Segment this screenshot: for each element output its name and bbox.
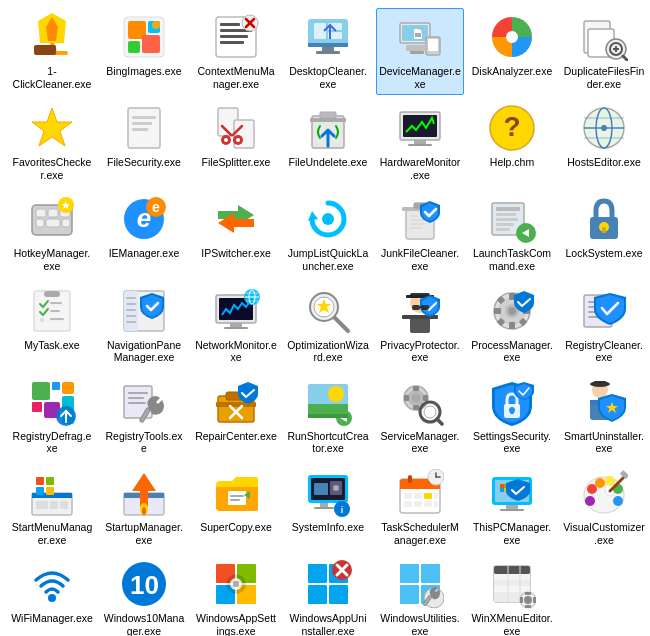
icon-helpchm[interactable]: ? Help.chm <box>468 99 556 186</box>
duplicatefilesfinder-icon <box>580 13 628 61</box>
windowsappuninstaller-label: WindowsAppUninstaller.exe <box>287 612 369 636</box>
icon-fileundelete[interactable]: FileUndelete.exe <box>284 99 372 186</box>
repaircenter-label: RepairCenter.exe <box>195 430 277 443</box>
jumplistquicklauncher-label: JumpListQuickLauncher.exe <box>287 247 369 272</box>
icon-mytask[interactable]: MyTask.exe <box>8 282 96 369</box>
icon-windows10manager[interactable]: 10 Windows10Manager.exe <box>100 555 188 636</box>
registrytools-label: RegistryTools.exe <box>103 430 185 455</box>
icon-contextmenumanager[interactable]: ContextMenuManager.exe <box>192 8 280 95</box>
thispcmanager-label: ThisPCManager.exe <box>471 521 553 546</box>
icon-navigationpanemanager[interactable]: NavigationPaneManager.exe <box>100 282 188 369</box>
icon-desktopcleaner[interactable]: DesktopCleaner.exe <box>284 8 372 95</box>
icon-servicemanager[interactable]: ServiceManager.exe <box>376 373 464 460</box>
icon-ipswitcher[interactable]: IPSwitcher.exe <box>192 190 280 277</box>
svg-rect-91 <box>410 215 418 217</box>
icon-favoriteschecker[interactable]: FavoritesChecker.exe <box>8 99 96 186</box>
icon-settingssecurity[interactable]: SettingsSecurity.exe <box>468 373 556 460</box>
diskanalyzer-label: DiskAnalyzer.exe <box>472 65 553 78</box>
registrydefrag-icon <box>28 378 76 426</box>
icon-wifimanager[interactable]: WiFiManager.exe <box>8 555 96 636</box>
svg-point-259 <box>595 478 605 488</box>
svg-rect-93 <box>410 223 426 225</box>
svg-point-299 <box>524 596 532 604</box>
hotkeymanager-icon <box>28 195 76 243</box>
icon-systeminfo[interactable]: i SystemInfo.exe <box>284 464 372 551</box>
icon-smartuninstaller[interactable]: SmartUninstaller.exe <box>560 373 648 460</box>
icon-filesecurity[interactable]: FileSecurity.exe <box>100 99 188 186</box>
filesplitter-icon <box>212 104 260 152</box>
svg-rect-49 <box>132 128 148 131</box>
svg-rect-285 <box>400 585 419 604</box>
launchtaskcommand-label: LaunchTaskCommand.exe <box>471 247 553 272</box>
svg-point-263 <box>585 496 595 506</box>
icon-networkmonitor[interactable]: NetworkMonitor.exe <box>192 282 280 369</box>
svg-rect-204 <box>594 381 606 386</box>
wifimanager-label: WiFiManager.exe <box>11 612 93 625</box>
icon-locksystem[interactable]: LockSystem.exe <box>560 190 648 277</box>
icon-windowsappsettings[interactable]: WindowsAppSettings.exe <box>192 555 280 636</box>
icon-windowsappuninstaller[interactable]: WindowsAppUninstaller.exe <box>284 555 372 636</box>
icon-visualcustomizer[interactable]: VisualCustomizer.exe <box>560 464 648 551</box>
svg-rect-254 <box>500 488 504 492</box>
icon-jumplistquicklauncher[interactable]: JumpListQuickLauncher.exe <box>284 190 372 277</box>
icon-devicemanager[interactable]: DeviceManager.exe <box>376 8 464 95</box>
svg-rect-283 <box>400 564 419 583</box>
svg-rect-118 <box>126 303 136 305</box>
ipswitcher-icon <box>212 195 260 243</box>
supercopy-label: SuperCopy.exe <box>200 521 272 534</box>
icon-startupmanager[interactable]: StartupManager.exe <box>100 464 188 551</box>
filesecurity-label: FileSecurity.exe <box>107 156 181 169</box>
icon-hotkeymanager[interactable]: HotkeyManager.exe <box>8 190 96 277</box>
icon-processmanager[interactable]: ProcessManager.exe <box>468 282 556 369</box>
icon-runshortcutcreator[interactable]: RunShortcutCreator.exe <box>284 373 372 460</box>
1clickcleaner-icon <box>28 13 76 61</box>
svg-rect-188 <box>413 386 419 391</box>
svg-rect-303 <box>533 597 536 603</box>
taskschedulermanager-icon <box>396 469 444 517</box>
svg-text:e: e <box>152 199 160 215</box>
svg-rect-169 <box>128 392 148 394</box>
wifimanager-icon <box>28 560 76 608</box>
icon-bingimages[interactable]: BingImages.exe <box>100 8 188 95</box>
svg-rect-189 <box>413 405 419 410</box>
networkmonitor-label: NetworkMonitor.exe <box>195 339 277 364</box>
icon-registrydefrag[interactable]: RegistryDefrag.exe <box>8 373 96 460</box>
svg-rect-190 <box>404 395 409 401</box>
svg-point-111 <box>40 318 44 322</box>
visualcustomizer-label: VisualCustomizer.exe <box>563 521 645 546</box>
icon-hardwaremonitor[interactable]: HardwareMonitor.exe <box>376 99 464 186</box>
icon-winxmenueditor[interactable]: WinXMenuEditor.exe <box>468 555 556 636</box>
icon-registrytools[interactable]: RegistryTools.exe <box>100 373 188 460</box>
svg-rect-163 <box>32 402 42 412</box>
svg-rect-301 <box>525 605 531 608</box>
svg-rect-291 <box>494 566 530 574</box>
icon-windowsutilities[interactable]: WindowsUtilities.exe <box>376 555 464 636</box>
svg-point-275 <box>233 581 239 587</box>
icon-privacyprotector[interactable]: PrivacyProtector.exe <box>376 282 464 369</box>
contextmenumanager-label: ContextMenuManager.exe <box>195 65 277 90</box>
hardwaremonitor-label: HardwareMonitor.exe <box>379 156 461 181</box>
icon-junkfilecleaner[interactable]: JunkFileCleaner.exe <box>376 190 464 277</box>
svg-rect-278 <box>308 585 327 604</box>
icon-taskschedulermanager[interactable]: TaskSchedulerManager.exe <box>376 464 464 551</box>
svg-rect-30 <box>428 39 438 51</box>
icon-optimizationwizard[interactable]: OptimizationWizard.exe <box>284 282 372 369</box>
icon-startmenumanager[interactable]: StartMenuManager.exe <box>8 464 96 551</box>
icon-launchtaskcommand[interactable]: LaunchTaskCommand.exe <box>468 190 556 277</box>
icon-filesplitter[interactable]: FileSplitter.exe <box>192 99 280 186</box>
thispcmanager-icon <box>488 469 536 517</box>
icon-registrycleaner[interactable]: RegistryCleaner.exe <box>560 282 648 369</box>
icon-repaircenter[interactable]: RepairCenter.exe <box>192 373 280 460</box>
icon-1clickcleaner[interactable]: 1-ClickCleaner.exe <box>8 8 96 95</box>
icon-diskanalyzer[interactable]: DiskAnalyzer.exe <box>468 8 556 95</box>
icon-supercopy[interactable]: SuperCopy.exe <box>192 464 280 551</box>
svg-rect-284 <box>421 564 440 583</box>
svg-rect-233 <box>400 485 440 489</box>
svg-rect-74 <box>36 209 46 217</box>
svg-rect-208 <box>46 477 54 485</box>
icon-thispcmanager[interactable]: ThisPCManager.exe <box>468 464 556 551</box>
icon-hostseditor[interactable]: HostsEditor.exe <box>560 99 648 186</box>
ipswitcher-label: IPSwitcher.exe <box>201 247 270 260</box>
icon-iemanager[interactable]: e e IEManager.exe <box>100 190 188 277</box>
icon-duplicatefilesfinder[interactable]: DuplicateFilesFinder.exe <box>560 8 648 95</box>
